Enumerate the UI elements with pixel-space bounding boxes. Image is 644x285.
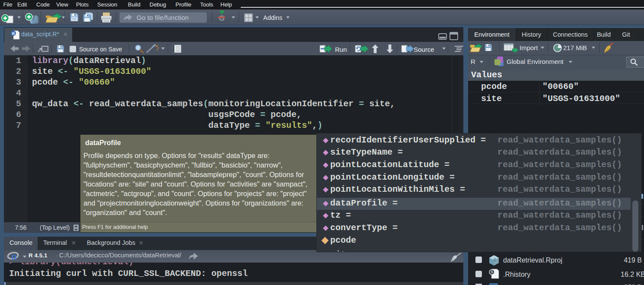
svg-text:R: R xyxy=(493,257,496,262)
svg-text:G: G xyxy=(219,14,224,22)
svg-text:R: R xyxy=(12,253,17,262)
svg-text:R: R xyxy=(12,32,15,36)
svg-text:R: R xyxy=(32,17,36,22)
